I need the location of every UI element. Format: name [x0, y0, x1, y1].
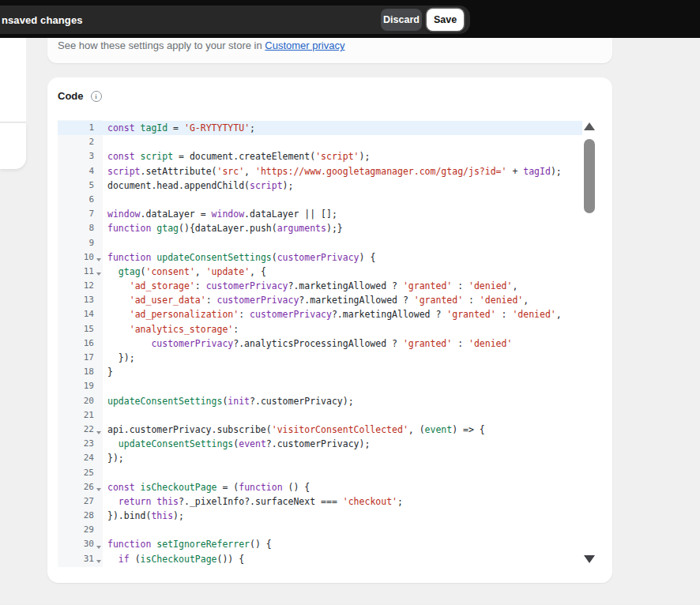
info-icon[interactable]: i [91, 91, 102, 102]
code-line[interactable]: 22api.customerPrivacy.subscribe('visitor… [58, 423, 582, 437]
line-number: 17 [58, 351, 94, 365]
line-number: 5 [58, 178, 94, 193]
code-text: api.customerPrivacy.subscribe('visitorCo… [103, 423, 485, 437]
sidebar-fragment-top [0, 38, 26, 122]
line-number: 28 [58, 509, 94, 523]
line-number: 16 [58, 336, 94, 351]
code-line[interactable]: 27 return this?._pixelInfo?.surfaceNext … [58, 494, 582, 509]
line-number: 14 [58, 307, 94, 321]
code-line[interactable]: 15 'analytics_storage': [58, 322, 582, 336]
customer-privacy-link[interactable]: Customer privacy [265, 39, 344, 51]
code-text: const script = document.createElement('s… [103, 149, 370, 163]
code-title: Code [58, 90, 84, 102]
editor-scrollbar[interactable] [582, 120, 597, 567]
code-header: Code i [47, 77, 612, 102]
code-line[interactable]: 6 [58, 193, 582, 207]
unsaved-changes-label: nsaved changes [2, 14, 83, 26]
code-line[interactable]: 13 'ad_user_data': customerPrivacy?.mark… [58, 293, 582, 307]
privacy-banner-text: See how these settings apply to your sto… [58, 39, 265, 51]
code-line[interactable]: 23 updateConsentSettings(event?.customer… [58, 437, 582, 451]
fold-chevron-icon[interactable] [94, 426, 103, 434]
fold-chevron-icon[interactable] [94, 483, 103, 491]
code-line[interactable]: 12 'ad_storage': customerPrivacy?.market… [58, 279, 582, 293]
line-number: 10 [58, 250, 94, 265]
code-text: script.setAttribute('src', 'https://www.… [103, 164, 562, 178]
line-number: 13 [58, 293, 94, 307]
code-text: 'ad_storage': customerPrivacy?.marketing… [103, 279, 517, 293]
code-line[interactable]: 9 [58, 236, 582, 250]
line-number: 12 [58, 279, 94, 293]
code-line[interactable]: 2 [58, 135, 582, 149]
fold-chevron-icon[interactable] [94, 540, 103, 549]
code-line[interactable]: 3const script = document.createElement('… [58, 149, 582, 163]
line-number: 29 [58, 523, 94, 537]
code-line[interactable]: 7window.dataLayer = window.dataLayer || … [58, 207, 582, 221]
code-editor[interactable]: 1const tagId = 'G-RYTYTYTU';23const scri… [58, 120, 597, 567]
code-line[interactable]: 30function setIgnoreReferrer() { [58, 537, 582, 551]
code-text: updateConsentSettings(init?.customerPriv… [103, 394, 354, 408]
code-text: 'ad_personalization': customerPrivacy?.m… [103, 307, 562, 321]
line-number: 26 [58, 480, 94, 494]
code-line[interactable]: 29 [58, 523, 582, 537]
code-line[interactable]: 5document.head.appendChild(script); [58, 178, 582, 193]
line-number: 20 [58, 394, 94, 408]
code-text: if (isCheckoutPage()) { [103, 552, 244, 566]
scroll-up-arrow-icon[interactable] [584, 122, 595, 130]
code-line[interactable]: 10function updateConsentSettings(custome… [58, 250, 582, 265]
code-text: const isCheckoutPage = (function () { [103, 480, 310, 494]
code-line[interactable]: 28}).bind(this); [58, 509, 582, 523]
line-number: 9 [58, 236, 94, 250]
fold-chevron-icon[interactable] [94, 267, 103, 276]
scroll-down-arrow-icon[interactable] [584, 555, 595, 563]
code-lines: 1const tagId = 'G-RYTYTYTU';23const scri… [58, 121, 582, 566]
code-text: }); [103, 451, 124, 465]
code-text: 'analytics_storage': [103, 322, 239, 336]
code-line[interactable]: 11 gtag('consent', 'update', { [58, 265, 582, 279]
fold-chevron-icon[interactable] [94, 554, 103, 563]
code-line[interactable]: 25 [58, 466, 582, 480]
code-line[interactable]: 24}); [58, 451, 582, 465]
top-strip: nsaved changes Discard Save [0, 0, 700, 38]
line-number: 31 [58, 552, 94, 566]
code-line[interactable]: 17 }); [58, 351, 582, 365]
code-line[interactable]: 16 customerPrivacy?.analyticsProcessingA… [58, 336, 582, 351]
line-number: 15 [58, 322, 94, 336]
code-text: const tagId = 'G-RYTYTYTU'; [103, 121, 255, 135]
discard-button[interactable]: Discard [381, 9, 422, 31]
code-text: function setIgnoreReferrer() { [103, 537, 272, 551]
save-button[interactable]: Save [427, 9, 464, 31]
code-text: function updateConsentSettings(customerP… [103, 250, 375, 265]
code-text: updateConsentSettings(event?.customerPri… [103, 437, 370, 451]
code-line[interactable]: 20updateConsentSettings(init?.customerPr… [58, 394, 582, 408]
line-number: 7 [58, 207, 94, 221]
code-line[interactable]: 14 'ad_personalization': customerPrivacy… [58, 307, 582, 321]
code-line[interactable]: 1const tagId = 'G-RYTYTYTU'; [58, 121, 582, 135]
code-line[interactable]: 18} [58, 365, 582, 379]
code-text: }); [103, 351, 135, 365]
code-line[interactable]: 8function gtag(){dataLayer.push(argument… [58, 221, 582, 235]
code-text: document.head.appendChild(script); [103, 178, 293, 193]
fold-chevron-icon[interactable] [94, 253, 103, 261]
code-text: customerPrivacy?.analyticsProcessingAllo… [103, 336, 512, 351]
line-number: 4 [58, 164, 94, 178]
line-number: 1 [58, 121, 94, 135]
code-line[interactable]: 31 if (isCheckoutPage()) { [58, 552, 582, 566]
code-line[interactable]: 26const isCheckoutPage = (function () { [58, 480, 582, 494]
line-number: 21 [58, 408, 94, 423]
code-text: }).bind(this); [103, 509, 184, 523]
code-line[interactable]: 4script.setAttribute('src', 'https://www… [58, 164, 582, 178]
line-number: 19 [58, 379, 94, 393]
code-text: gtag('consent', 'update', { [103, 265, 266, 279]
line-number: 2 [58, 135, 94, 149]
code-line[interactable]: 21 [58, 408, 582, 423]
code-line[interactable]: 19 [58, 379, 582, 393]
line-number: 25 [58, 466, 94, 480]
line-number: 23 [58, 437, 94, 451]
line-number: 11 [58, 265, 94, 279]
line-number: 30 [58, 537, 94, 551]
line-number: 8 [58, 221, 94, 235]
line-number: 3 [58, 149, 94, 163]
code-card: Code i 1const tagId = 'G-RYTYTYTU';23con… [47, 77, 612, 583]
scrollbar-thumb[interactable] [584, 139, 595, 213]
line-number: 27 [58, 494, 94, 509]
